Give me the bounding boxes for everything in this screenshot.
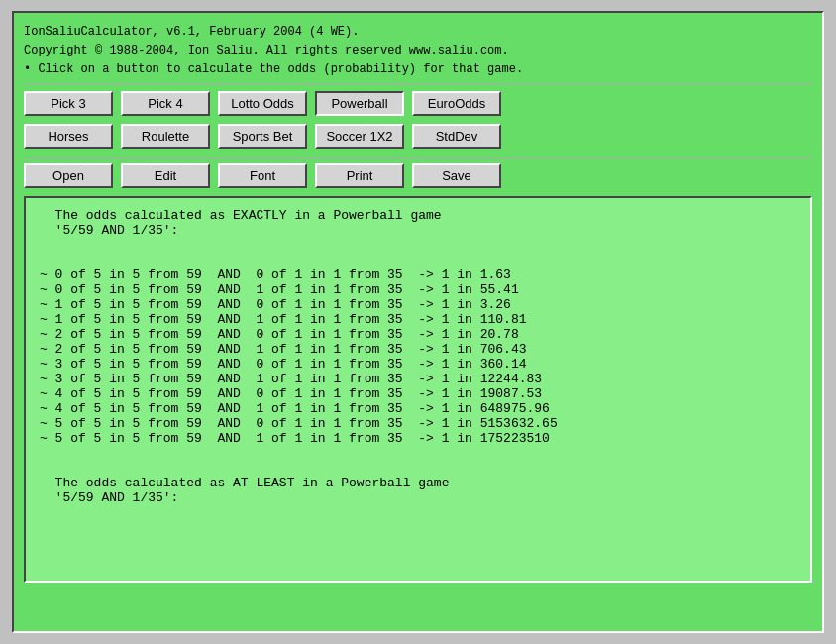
lotto-odds-button[interactable]: Lotto Odds	[218, 91, 307, 116]
button-row-2: Horses Roulette Sports Bet Soccer 1X2 St…	[24, 124, 812, 149]
divider-2	[24, 157, 812, 158]
output-area[interactable]: The odds calculated as EXACTLY in a Powe…	[26, 198, 810, 581]
print-button[interactable]: Print	[315, 163, 404, 188]
edit-button[interactable]: Edit	[121, 163, 210, 188]
save-button[interactable]: Save	[412, 163, 501, 188]
pick3-button[interactable]: Pick 3	[24, 91, 113, 116]
pick4-button[interactable]: Pick 4	[121, 91, 210, 116]
font-button[interactable]: Font	[218, 163, 307, 188]
roulette-button[interactable]: Roulette	[121, 124, 210, 149]
powerball-button[interactable]: Powerball	[315, 91, 404, 116]
title-line1: IonSaliuCalculator, v6.1, February 2004 …	[24, 23, 812, 41]
main-window: IonSaliuCalculator, v6.1, February 2004 …	[12, 11, 824, 633]
sports-bet-button[interactable]: Sports Bet	[218, 124, 307, 149]
button-row-3: Open Edit Font Print Save	[24, 163, 812, 188]
horses-button[interactable]: Horses	[24, 124, 113, 149]
open-button[interactable]: Open	[24, 163, 113, 188]
soccer-button[interactable]: Soccer 1X2	[315, 124, 404, 149]
title-bar: IonSaliuCalculator, v6.1, February 2004 …	[24, 23, 812, 78]
euroodds-button[interactable]: EuroOdds	[412, 91, 501, 116]
output-wrapper: The odds calculated as EXACTLY in a Powe…	[24, 196, 812, 583]
title-line2: Copyright © 1988-2004, Ion Saliu. All ri…	[24, 42, 812, 59]
title-line3: • Click on a button to calculate the odd…	[24, 60, 812, 78]
button-row-1: Pick 3 Pick 4 Lotto Odds Powerball EuroO…	[24, 91, 812, 116]
stddev-button[interactable]: StdDev	[412, 124, 501, 149]
divider-1	[24, 84, 812, 85]
